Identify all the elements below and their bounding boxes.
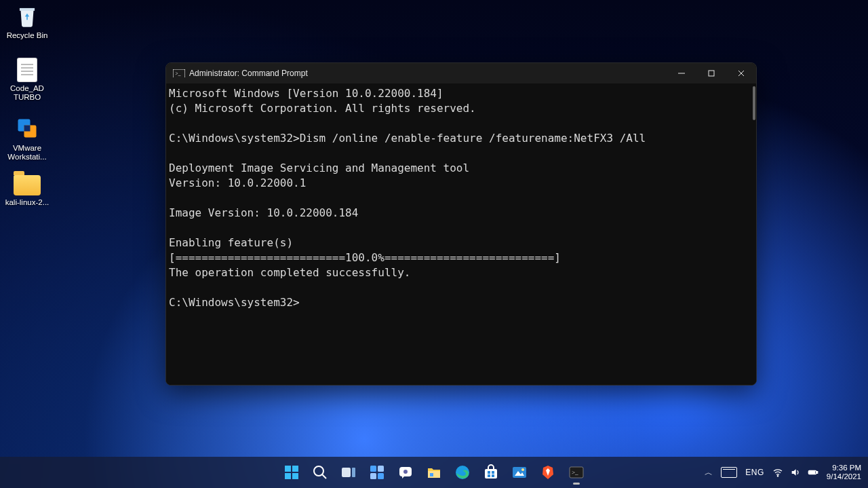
svg-text:>_: >_ bbox=[572, 469, 578, 476]
svg-rect-2 bbox=[24, 126, 31, 132]
volume-icon bbox=[790, 467, 801, 478]
chat-button[interactable] bbox=[392, 459, 419, 486]
svg-rect-6 bbox=[285, 466, 291, 472]
taskbar-clock[interactable]: 9:36 PM 9/14/2021 bbox=[827, 464, 861, 481]
svg-rect-12 bbox=[352, 468, 355, 477]
touch-keyboard-icon[interactable] bbox=[721, 467, 737, 478]
svg-text:>_: >_ bbox=[176, 71, 181, 77]
svg-rect-9 bbox=[292, 473, 298, 479]
svg-rect-26 bbox=[492, 474, 494, 477]
svg-rect-22 bbox=[485, 469, 497, 478]
desktop-icon-label: Code_AD TURBO bbox=[10, 84, 44, 101]
maximize-button[interactable] bbox=[696, 63, 726, 83]
desktop-icon-vmware[interactable]: VMware Workstati... bbox=[2, 115, 52, 162]
svg-rect-16 bbox=[378, 473, 384, 479]
taskbar-tray: ︿ ENG 9:36 PM 9/14/2021 bbox=[705, 464, 868, 481]
system-icons[interactable] bbox=[772, 467, 818, 478]
svg-rect-8 bbox=[285, 473, 291, 479]
svg-rect-24 bbox=[492, 471, 494, 474]
desktop-icon-kali-folder[interactable]: kali-linux-2... bbox=[2, 171, 52, 207]
taskbar-center: >_ bbox=[278, 459, 590, 486]
window-titlebar[interactable]: >_ Administrator: Command Prompt bbox=[166, 63, 756, 83]
terminal-text: Microsoft Windows [Version 10.0.22000.18… bbox=[169, 87, 646, 309]
svg-rect-7 bbox=[292, 466, 298, 472]
svg-rect-23 bbox=[488, 471, 490, 474]
desktop-icon-code-ad-turbo[interactable]: Code_AD TURBO bbox=[2, 58, 52, 102]
svg-rect-19 bbox=[428, 471, 440, 478]
taskbar[interactable]: >_ ︿ ENG 9:36 PM 9/14/2021 bbox=[0, 457, 868, 488]
terminal-output[interactable]: Microsoft Windows [Version 10.0.22000.18… bbox=[166, 83, 756, 385]
widgets-button[interactable] bbox=[363, 459, 391, 486]
svg-rect-35 bbox=[809, 472, 814, 474]
vmware-icon bbox=[14, 115, 40, 141]
tray-overflow-button[interactable]: ︿ bbox=[705, 467, 713, 478]
scrollbar-thumb[interactable] bbox=[753, 86, 755, 120]
edge-button[interactable] bbox=[449, 459, 476, 486]
svg-rect-14 bbox=[378, 466, 384, 472]
desktop-icon-label: kali-linux-2... bbox=[5, 198, 50, 206]
svg-rect-27 bbox=[513, 467, 526, 478]
minimize-button[interactable] bbox=[667, 63, 696, 83]
svg-rect-5 bbox=[709, 71, 714, 76]
desktop-icon-recycle-bin[interactable]: Recycle Bin bbox=[2, 3, 52, 40]
cmd-icon: >_ bbox=[173, 69, 185, 78]
clock-date: 9/14/2021 bbox=[827, 472, 861, 481]
svg-rect-20 bbox=[430, 473, 433, 476]
close-button[interactable] bbox=[726, 63, 756, 83]
search-button[interactable] bbox=[307, 459, 334, 486]
textfile-icon bbox=[18, 58, 37, 81]
cmd-taskbar-button[interactable]: >_ bbox=[563, 459, 590, 486]
recycle-bin-icon bbox=[14, 3, 40, 29]
svg-rect-34 bbox=[816, 472, 817, 474]
svg-point-18 bbox=[403, 470, 408, 474]
svg-point-10 bbox=[314, 466, 323, 476]
language-indicator[interactable]: ENG bbox=[745, 468, 764, 477]
photos-button[interactable] bbox=[506, 459, 533, 486]
file-explorer-button[interactable] bbox=[420, 459, 448, 486]
battery-icon bbox=[808, 467, 818, 478]
svg-rect-15 bbox=[370, 473, 376, 479]
start-button[interactable] bbox=[278, 459, 305, 486]
svg-rect-11 bbox=[342, 468, 351, 477]
svg-point-32 bbox=[777, 476, 778, 476]
store-button[interactable] bbox=[477, 459, 505, 486]
wifi-icon bbox=[772, 467, 783, 478]
svg-rect-13 bbox=[370, 466, 376, 472]
taskview-button[interactable] bbox=[335, 459, 362, 486]
svg-rect-25 bbox=[488, 474, 490, 477]
command-prompt-window[interactable]: >_ Administrator: Command Prompt Microso… bbox=[165, 62, 757, 386]
brave-button[interactable] bbox=[534, 459, 561, 486]
folder-icon bbox=[14, 175, 41, 195]
clock-time: 9:36 PM bbox=[827, 464, 861, 472]
desktop-icon-label: VMware Workstati... bbox=[7, 144, 46, 161]
desktop-icon-label: Recycle Bin bbox=[7, 31, 48, 39]
window-title: Administrator: Command Prompt bbox=[189, 69, 308, 78]
svg-point-29 bbox=[521, 468, 524, 471]
